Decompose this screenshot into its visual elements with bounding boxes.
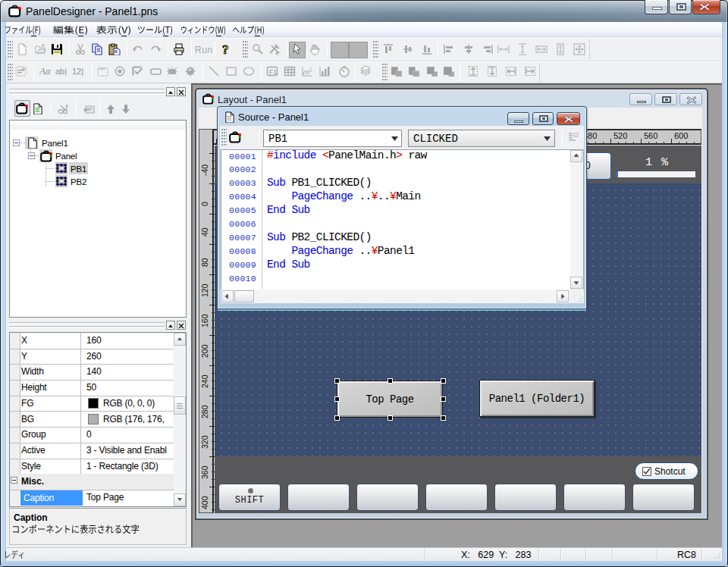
svg-text:Aa: Aa — [39, 65, 51, 77]
svg-text:ab|: ab| — [55, 67, 67, 76]
svg-text:F1: F1 — [269, 68, 277, 76]
svg-text:12|: 12| — [72, 67, 83, 76]
svg-text:?: ? — [222, 43, 229, 55]
svg-text:xyz: xyz — [99, 66, 105, 70]
